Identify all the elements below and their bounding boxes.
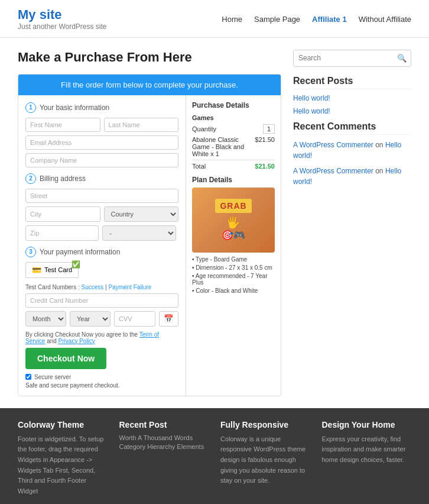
city-country-row: Country <box>25 206 178 222</box>
footer-col4: Design Your Home Express your creativity… <box>322 420 412 497</box>
footer-widgets: Colorway Theme Footer is widgetized. To … <box>0 408 429 504</box>
product-detail-item: Color - Black and White <box>192 287 275 294</box>
first-name-input[interactable] <box>25 118 100 132</box>
payment-section: 3 Your payment information 💳 Test Card ✅ <box>25 247 178 327</box>
order-card: Fill the order form below to complete yo… <box>18 74 281 396</box>
email-input[interactable] <box>25 135 178 150</box>
product-detail-item: Age recommended - 7 Year Plus <box>192 273 275 286</box>
sidebar: 🔍 Recent Posts Hello world! Hello world!… <box>293 50 411 396</box>
cvv-input[interactable] <box>114 311 155 327</box>
section3-text: Your payment information <box>40 248 120 256</box>
footer-col3: Fully Responsive Colorway is a unique re… <box>220 420 310 497</box>
card-btn-label: Test Card <box>44 266 72 273</box>
order-body: 1 Your basic information <box>18 95 281 396</box>
credit-card-input[interactable] <box>25 293 178 308</box>
zip-row: - <box>25 225 178 241</box>
footer-col1-text: Footer is widgetized. To setup the foote… <box>18 434 108 497</box>
quantity-value: 1 <box>263 124 275 134</box>
section1-text: Your basic information <box>40 104 109 112</box>
site-title: My site <box>18 7 107 22</box>
commenter-1[interactable]: A WordPress Commenter <box>293 141 373 149</box>
item-row: Abalone Classic Game - Black and White x… <box>192 136 275 157</box>
card-failure-link[interactable]: Payment Failure <box>108 284 151 290</box>
footer-col1-title: Colorway Theme <box>18 420 108 429</box>
commenter-2[interactable]: A WordPress Commenter <box>293 167 373 175</box>
card-check-icon: ✅ <box>72 260 80 269</box>
product-detail-item: Type - Board Game <box>192 256 275 263</box>
checkout-button[interactable]: Checkout Now <box>25 348 106 369</box>
site-branding: My site Just another WordPress site <box>18 7 107 31</box>
quantity-label: Quantity <box>192 125 216 133</box>
section1-num: 1 <box>25 102 36 113</box>
purchase-category: Games <box>192 114 275 121</box>
terms-text: By clicking Checkout Now you agree to th… <box>25 331 178 344</box>
credit-card-row <box>25 293 178 308</box>
item-name: Abalone Classic Game - Black and White x… <box>192 136 252 157</box>
nav-sample-page[interactable]: Sample Page <box>254 15 300 24</box>
section3-label: 3 Your payment information <box>25 247 178 257</box>
test-card-button[interactable]: 💳 Test Card ✅ <box>25 262 79 278</box>
nav-without-affiliate[interactable]: Without Affiliate <box>359 15 411 24</box>
recent-posts-title: Recent Posts <box>293 76 411 89</box>
total-amount: $21.50 <box>255 163 275 170</box>
nav-home[interactable]: Home <box>222 15 242 24</box>
secure-checkbox[interactable] <box>25 374 31 380</box>
page-title: Make a Purchase From Here <box>18 50 281 65</box>
section2-text: Billing address <box>40 175 86 183</box>
site-header: My site Just another WordPress site Home… <box>0 0 429 38</box>
expiry-row: Month Year 📅 <box>25 311 178 327</box>
privacy-link[interactable]: Privacy Policy <box>58 338 95 344</box>
comment-2: A WordPress Commenter on Hello world! <box>293 166 411 187</box>
company-row <box>25 153 178 167</box>
footer-col2-link1[interactable]: Worth A Thousand Words <box>119 434 209 441</box>
street-input[interactable] <box>25 189 178 203</box>
order-form-left: 1 Your basic information <box>18 95 186 396</box>
state-select[interactable]: - <box>102 225 176 241</box>
footer-col1: Colorway Theme Footer is widgetized. To … <box>18 420 108 497</box>
search-box: 🔍 <box>293 50 411 67</box>
order-right: Purchase Details Games Quantity 1 Abalon… <box>186 95 281 396</box>
site-footer: Colorway Theme Footer is widgetized. To … <box>0 408 429 504</box>
product-image: GRAB 🖐️ 🎯🎮 <box>192 188 275 253</box>
card-numbers-row: Test Card Numbers : Success | Payment Fa… <box>25 284 178 290</box>
secure-row: Secure server <box>25 374 178 380</box>
order-card-header: Fill the order form below to complete yo… <box>18 75 281 95</box>
total-label: Total <box>192 163 206 170</box>
city-input[interactable] <box>25 206 100 222</box>
quantity-row: Quantity 1 <box>192 124 275 134</box>
section2-num: 2 <box>25 173 36 184</box>
search-input[interactable] <box>294 50 394 66</box>
product-detail-item: Dimension - 27 x 31 x 0.5 cm <box>192 264 275 271</box>
country-select[interactable]: Country <box>104 206 179 222</box>
year-select[interactable]: Year <box>70 311 110 327</box>
company-input[interactable] <box>25 153 178 167</box>
item-price: $21.50 <box>255 136 275 157</box>
billing-section: 2 Billing address Country <box>25 173 178 241</box>
main-nav: Home Sample Page Affiliate 1 Without Aff… <box>222 15 411 24</box>
calendar-icon-button[interactable]: 📅 <box>159 311 178 327</box>
street-row <box>25 189 178 203</box>
section3-num: 3 <box>25 247 36 257</box>
purchase-title: Purchase Details <box>192 101 275 109</box>
last-name-input[interactable] <box>104 118 179 132</box>
section1-label: 1 Your basic information <box>25 102 178 113</box>
secure-label: Safe and secure payment checkout. <box>25 382 178 389</box>
name-row <box>25 118 178 132</box>
footer-col3-title: Fully Responsive <box>220 420 310 429</box>
nav-affiliate1[interactable]: Affiliate 1 <box>312 15 347 24</box>
product-label: GRAB <box>215 199 251 213</box>
zip-input[interactable] <box>25 225 99 241</box>
search-button[interactable]: 🔍 <box>394 50 411 66</box>
recent-post-2[interactable]: Hello world! <box>293 107 411 115</box>
month-select[interactable]: Month <box>25 311 66 327</box>
secure-server-label: Secure server <box>34 374 71 380</box>
comment-1: A WordPress Commenter on Hello world! <box>293 140 411 161</box>
content-area: Make a Purchase From Here Fill the order… <box>0 38 429 408</box>
footer-col2-link2[interactable]: Category Hierarchy Elements <box>119 443 209 450</box>
credit-card-icon: 💳 <box>32 266 41 274</box>
card-success-link[interactable]: Success <box>81 284 103 290</box>
total-row: Total $21.50 <box>192 160 275 170</box>
recent-comments-title: Recent Comments <box>293 121 411 135</box>
footer-col2-title: Recent Post <box>119 420 209 429</box>
recent-post-1[interactable]: Hello world! <box>293 94 411 102</box>
